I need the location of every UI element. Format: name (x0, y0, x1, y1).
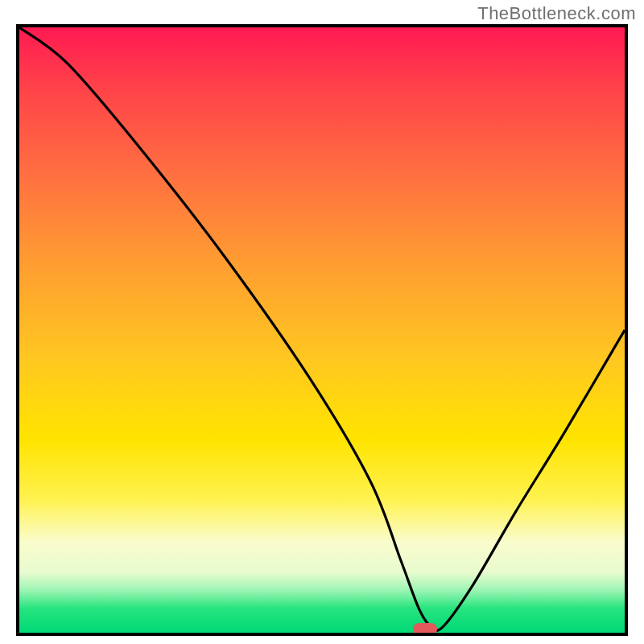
bottleneck-curve-path (19, 27, 625, 630)
chart-frame (16, 24, 628, 636)
attribution-text: TheBottleneck.com (477, 3, 636, 24)
optimal-point-marker (413, 623, 437, 635)
page-root: TheBottleneck.com (0, 0, 644, 644)
chart-curve-svg (19, 27, 625, 633)
